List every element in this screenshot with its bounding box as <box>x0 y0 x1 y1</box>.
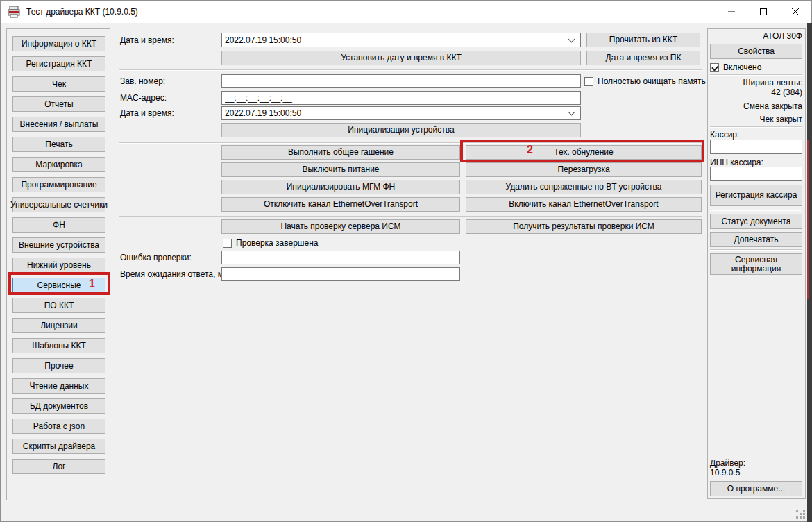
device-model: АТОЛ 30Ф <box>710 31 802 41</box>
init-device-button[interactable]: Инициализация устройства <box>221 123 581 137</box>
sidebar-item-9[interactable]: Универсальные счетчики <box>12 197 105 212</box>
check-done-checkbox-row[interactable]: Проверка завершена <box>223 238 318 248</box>
clear-memory-label: Полностью очищать память <box>598 76 706 86</box>
datetime-value: 2022.07.19 15:00:50 <box>225 35 569 45</box>
enabled-label: Включено <box>723 62 761 72</box>
sidebar-item-22[interactable]: Лог <box>12 459 105 474</box>
shift-status: Смена закрыта <box>710 101 802 111</box>
sidebar-item-4[interactable]: Отчеты <box>12 96 105 112</box>
datetime2-combobox[interactable]: 2022.07.19 15:00:50 <box>221 106 581 120</box>
receipt-status: Чек закрыт <box>710 115 802 124</box>
sidebar-item-2[interactable]: Регистрация ККТ <box>12 56 105 71</box>
resize-grip-icon[interactable] <box>796 510 806 519</box>
separator <box>119 69 702 71</box>
close-icon <box>791 8 800 16</box>
sidebar-item-20[interactable]: Работа с json <box>12 419 105 434</box>
driver-label: Драйвер: <box>710 458 802 468</box>
check-error-input[interactable] <box>221 251 460 264</box>
maximize-icon <box>759 8 768 16</box>
sidebar-item-21[interactable]: Скрипты драйвера <box>12 439 105 454</box>
sidebar-item-16[interactable]: Шаблоны ККТ <box>12 338 105 353</box>
datetime2-value: 2022.07.19 15:00:50 <box>225 108 569 118</box>
sidebar-item-8[interactable]: Программирование <box>12 177 105 192</box>
datetime-combobox[interactable]: 2022.07.19 15:00:50 <box>221 33 581 47</box>
sidebar-item-19[interactable]: БД документов <box>12 398 105 414</box>
disable-ethernet-over-transport-button[interactable]: Отключить канал EthernetOverTransport <box>221 197 460 212</box>
separator <box>710 74 802 76</box>
cashier-label: Кассир: <box>710 130 802 140</box>
mac-input[interactable] <box>221 91 581 105</box>
printer-icon <box>7 6 21 18</box>
sidebar-item-10[interactable]: ФН <box>12 217 105 233</box>
about-button[interactable]: О программе... <box>710 481 802 496</box>
maximize-button[interactable] <box>747 1 779 23</box>
title-bar: Тест драйвера ККТ (10.9.0.5) <box>1 1 811 23</box>
background-red-line <box>807 140 809 299</box>
sidebar-item-13[interactable]: Сервисные <box>12 278 105 293</box>
separator <box>710 249 802 251</box>
tape-width-label: Ширина ленты: <box>710 78 802 87</box>
reboot-button[interactable]: Перезагрузка <box>466 162 702 177</box>
clear-memory-checkbox-row[interactable]: Полностью очищать память <box>584 76 706 86</box>
init-mgm-fn-button[interactable]: Инициализировать МГМ ФН <box>221 180 460 194</box>
document-status-button[interactable]: Статус документа <box>710 214 802 229</box>
datetime-from-pc-button[interactable]: Дата и время из ПК <box>586 51 700 65</box>
properties-button[interactable]: Свойства <box>710 44 802 59</box>
enabled-checkbox[interactable] <box>710 63 719 72</box>
serial-number-input[interactable] <box>221 74 581 88</box>
sidebar-item-14[interactable]: ПО ККТ <box>12 298 105 313</box>
enable-ethernet-over-transport-button[interactable]: Включить канал EthernetOverTransport <box>466 197 702 212</box>
minimize-button[interactable] <box>716 1 747 23</box>
response-timeout-label: Время ожидания ответа, мс: <box>120 267 230 281</box>
check-done-label: Проверка завершена <box>236 238 318 248</box>
mac-label: MAC-адрес: <box>120 91 167 105</box>
chevron-down-icon <box>568 35 575 42</box>
serial-number-label: Зав. номер: <box>120 74 165 88</box>
close-button[interactable] <box>779 1 811 23</box>
check-error-label: Ошибка проверки: <box>120 251 192 264</box>
cashier-inn-input[interactable] <box>710 167 802 181</box>
cashier-input[interactable] <box>710 140 802 154</box>
power-off-button[interactable]: Выключить питание <box>221 162 460 177</box>
cashier-inn-label: ИНН кассира: <box>710 158 802 167</box>
get-ism-results-button[interactable]: Получить результаты проверки ИСМ <box>466 219 702 234</box>
response-timeout-input[interactable] <box>221 267 460 281</box>
start-ism-check-button[interactable]: Начать проверку сервера ИСМ <box>221 219 460 234</box>
datetime2-label: Дата и время: <box>120 106 174 120</box>
sidebar-item-6[interactable]: Печать <box>12 137 105 152</box>
driver-version: 10.9.0.5 <box>710 468 802 478</box>
read-from-kkt-button[interactable]: Прочитать из ККТ <box>586 33 700 47</box>
sidebar-item-7[interactable]: Маркировка <box>12 157 105 172</box>
separator <box>119 216 702 217</box>
sidebar-item-18[interactable]: Чтение данных <box>12 378 105 394</box>
clear-memory-checkbox[interactable] <box>584 77 593 86</box>
window-title: Тест драйвера ККТ (10.9.0.5) <box>26 7 138 17</box>
check-done-checkbox[interactable] <box>223 239 232 248</box>
set-datetime-button[interactable]: Установить дату и время в ККТ <box>221 51 581 65</box>
general-clearing-button[interactable]: Выполнить общее гашение <box>221 145 460 160</box>
sidebar-item-11[interactable]: Внешние устройства <box>12 237 105 253</box>
tape-width-value: 42 (384) <box>710 87 802 97</box>
sidebar-item-15[interactable]: Лицензии <box>12 318 105 333</box>
chevron-down-icon <box>568 109 575 116</box>
sidebar-item-17[interactable]: Прочее <box>12 358 105 373</box>
sidebar-panel: Информация о ККТРегистрация ККТЧекОтчеты… <box>6 28 110 500</box>
datetime-label: Дата и время: <box>120 33 174 47</box>
separator <box>119 142 702 144</box>
sidebar-item-1[interactable]: Информация о ККТ <box>12 36 105 51</box>
print-more-button[interactable]: Допечатать <box>710 232 802 247</box>
app-window: Тест драйвера ККТ (10.9.0.5) Информация … <box>0 0 812 522</box>
service-info-button[interactable]: Сервисная информация <box>710 253 802 275</box>
minimize-icon <box>727 8 736 16</box>
remove-bt-paired-button[interactable]: Удалить сопряженные по BT устройства <box>466 180 702 194</box>
enabled-checkbox-row[interactable]: Включено <box>710 62 761 72</box>
sidebar-item-5[interactable]: Внесения / выплаты <box>12 117 105 132</box>
separator <box>710 210 802 211</box>
sidebar-item-3[interactable]: Чек <box>12 76 105 92</box>
register-cashier-button[interactable]: Регистрация кассира <box>710 185 802 206</box>
separator <box>710 126 802 128</box>
tech-reset-button[interactable]: Тех. обнуление <box>466 145 702 160</box>
sidebar-item-12[interactable]: Нижний уровень <box>12 258 105 273</box>
